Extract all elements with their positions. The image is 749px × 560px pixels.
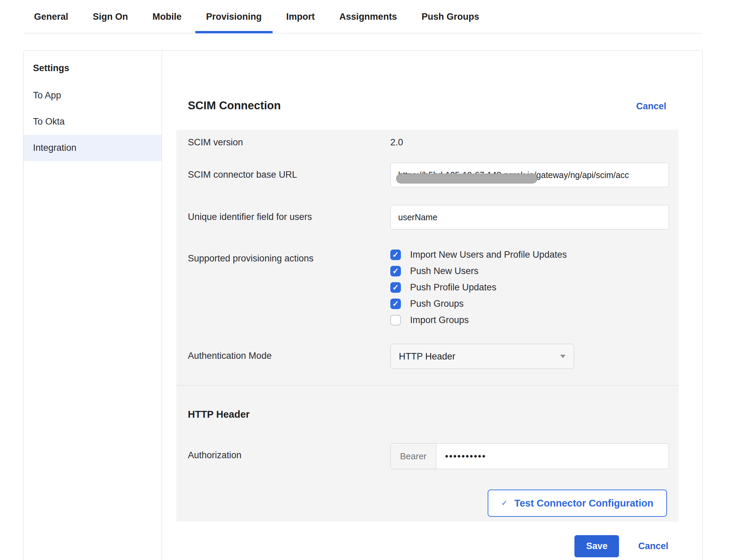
scim-connection-form: SCIM version 2.0 SCIM connector base URL…: [176, 130, 679, 522]
authorization-token-input[interactable]: ••••••••••: [436, 444, 669, 469]
tab-provisioning[interactable]: Provisioning: [195, 12, 273, 33]
checkbox-label: Push Groups: [410, 299, 464, 309]
checkbox-row-import-groups[interactable]: Import Groups: [390, 312, 667, 328]
settings-sidebar: Settings To App To Okta Integration: [23, 51, 162, 560]
provisioning-panel: Settings To App To Okta Integration SCIM…: [23, 50, 703, 560]
auth-mode-row: Authentication Mode HTTP Header: [188, 344, 667, 369]
check-icon: ✓: [392, 300, 399, 308]
app-tab-bar: General Sign On Mobile Provisioning Impo…: [23, 0, 703, 33]
auth-mode-selected-value: HTTP Header: [399, 351, 455, 362]
sidebar-item-integration[interactable]: Integration: [23, 135, 162, 161]
save-button[interactable]: Save: [574, 535, 619, 557]
http-header-section: HTTP Header Authorization Bearer •••••••…: [176, 385, 679, 522]
checkbox-import-new-users[interactable]: ✓: [390, 250, 401, 260]
unique-id-label: Unique identifier field for users: [188, 205, 390, 222]
connection-settings-section: SCIM version 2.0 SCIM connector base URL…: [176, 130, 679, 385]
test-connector-button-label: Test Connector Configuration: [514, 498, 653, 509]
scim-version-row: SCIM version 2.0: [188, 135, 667, 148]
checkbox-label: Push Profile Updates: [410, 282, 496, 293]
page: { "colors": { "accent": "#2b68e0", "save…: [0, 0, 749, 560]
checkbox-push-new-users[interactable]: ✓: [390, 266, 401, 276]
cancel-link-bottom[interactable]: Cancel: [638, 541, 668, 551]
unique-id-row: Unique identifier field for users userNa…: [188, 205, 667, 229]
sidebar-item-to-app[interactable]: To App: [23, 82, 162, 109]
cancel-link-top[interactable]: Cancel: [636, 101, 666, 112]
checkbox-row-push-groups[interactable]: ✓ Push Groups: [390, 295, 667, 312]
tab-sign-on[interactable]: Sign On: [82, 12, 139, 33]
checkbox-label: Import New Users and Profile Updates: [410, 250, 567, 260]
check-icon: ✓: [392, 284, 399, 291]
sidebar-item-to-okta[interactable]: To Okta: [23, 109, 162, 135]
checkbox-push-profile-updates[interactable]: ✓: [390, 282, 401, 293]
tab-push-groups[interactable]: Push Groups: [411, 12, 490, 33]
auth-mode-select[interactable]: HTTP Header: [390, 344, 574, 369]
checkbox-row-import-new-users[interactable]: ✓ Import New Users and Profile Updates: [390, 246, 667, 263]
base-url-visible-text: /gateway/ng/api/scim/acc: [534, 170, 629, 180]
page-title: SCIM Connection: [188, 99, 281, 112]
auth-mode-label: Authentication Mode: [188, 344, 390, 361]
checkbox-push-groups[interactable]: ✓: [390, 299, 401, 309]
provisioning-actions-row: Supported provisioning actions ✓ Import …: [188, 246, 667, 328]
scim-version-label: SCIM version: [188, 135, 390, 148]
http-header-heading: HTTP Header: [188, 409, 667, 420]
base-url-label: SCIM connector base URL: [188, 163, 390, 180]
base-url-input[interactable]: https://h5hd-135-19-67-148.ngrok.io/gate…: [390, 163, 669, 187]
scim-version-value: 2.0: [390, 137, 403, 147]
authorization-input-group: Bearer ••••••••••: [390, 443, 669, 469]
base-url-redacted-text: https://h5hd-135-19-67-148.ngrok.io: [398, 170, 534, 180]
tab-general[interactable]: General: [23, 12, 79, 33]
sidebar-heading: Settings: [23, 60, 162, 82]
tab-mobile[interactable]: Mobile: [142, 12, 193, 33]
chevron-down-icon: [560, 355, 566, 358]
test-connector-row: ✓ Test Connector Configuration: [188, 490, 667, 517]
checkbox-import-groups[interactable]: [390, 315, 401, 325]
test-connector-button[interactable]: ✓ Test Connector Configuration: [488, 490, 667, 517]
checkbox-label: Push New Users: [410, 266, 478, 276]
check-icon: ✓: [392, 251, 399, 259]
provisioning-actions-label: Supported provisioning actions: [188, 246, 390, 264]
check-icon: ✓: [501, 499, 507, 508]
title-row: SCIM Connection Cancel: [176, 99, 678, 112]
checkbox-row-push-profile-updates[interactable]: ✓ Push Profile Updates: [390, 279, 667, 295]
check-icon: ✓: [392, 267, 399, 275]
base-url-row: SCIM connector base URL https://h5hd-135…: [188, 163, 667, 187]
checkbox-label: Import Groups: [410, 315, 469, 325]
form-footer: Save Cancel: [176, 535, 668, 557]
authorization-row: Authorization Bearer ••••••••••: [188, 443, 667, 469]
bearer-prefix: Bearer: [391, 444, 436, 469]
tab-assignments[interactable]: Assignments: [328, 12, 408, 33]
tab-import[interactable]: Import: [275, 12, 326, 33]
authorization-label: Authorization: [188, 443, 390, 461]
main-content: SCIM Connection Cancel SCIM version 2.0 …: [162, 51, 702, 560]
checkbox-row-push-new-users[interactable]: ✓ Push New Users: [390, 263, 667, 279]
unique-id-input[interactable]: userName: [390, 205, 669, 229]
